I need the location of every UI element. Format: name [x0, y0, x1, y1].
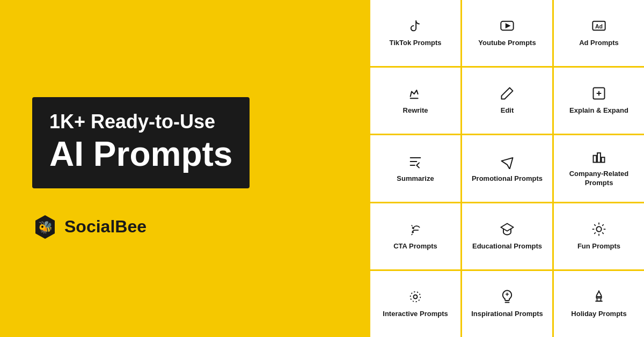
explain-expand-cell[interactable]: Explain & Expand — [554, 68, 644, 134]
rewrite-cell[interactable]: Rewrite — [370, 68, 460, 134]
logo-text: SocialBee — [64, 217, 147, 237]
holiday-prompts-cell[interactable]: Holiday Prompts — [554, 271, 644, 337]
summarize-cell[interactable]: Summarize — [370, 135, 460, 201]
fun-prompts-label: Fun Prompts — [577, 242, 620, 251]
educational-prompts-label: Educational Prompts — [472, 242, 542, 251]
promotional-prompts-label: Promotional Prompts — [472, 174, 543, 184]
headline-box: 1K+ Ready-to-Use AI Prompts — [32, 97, 250, 188]
svg-point-10 — [412, 227, 414, 229]
explain-expand-label: Explain & Expand — [569, 106, 628, 115]
headline-top: 1K+ Ready-to-Use — [49, 110, 232, 133]
svg-point-13 — [414, 295, 418, 298]
ad-prompts-cell[interactable]: Ad Ad Prompts — [554, 0, 644, 66]
rewrite-icon — [408, 86, 423, 101]
youtube-icon — [500, 18, 515, 33]
headline-main: AI Prompts — [49, 135, 232, 173]
holiday-prompts-label: Holiday Prompts — [571, 310, 626, 319]
explain-icon — [591, 86, 606, 101]
edit-label: Edit — [501, 106, 514, 115]
promotional-prompts-cell[interactable]: Promotional Prompts — [462, 135, 552, 201]
tiktok-prompts-label: TikTok Prompts — [389, 39, 441, 48]
youtube-prompts-label: Youtube Prompts — [478, 39, 536, 48]
right-panel: TikTok Prompts Youtube Prompts Ad Ad Pro… — [370, 0, 644, 337]
cta-prompts-label: CTA Prompts — [393, 242, 437, 251]
socialbee-logo-icon: 🐝 — [32, 214, 58, 240]
svg-rect-7 — [594, 156, 597, 163]
interactive-icon — [408, 289, 423, 304]
interactive-prompts-cell[interactable]: Interactive Prompts — [370, 271, 460, 337]
svg-point-11 — [412, 231, 414, 233]
tiktok-prompts-cell[interactable]: TikTok Prompts — [370, 0, 460, 66]
svg-text:Ad: Ad — [595, 23, 603, 30]
inspirational-prompts-label: Inspirational Prompts — [471, 310, 543, 319]
tiktok-icon — [408, 18, 423, 33]
fun-prompts-cell[interactable]: Fun Prompts — [554, 203, 644, 269]
summarize-icon — [408, 154, 423, 169]
rewrite-label: Rewrite — [403, 106, 428, 115]
company-prompts-cell[interactable]: Company-Related Prompts — [554, 135, 644, 201]
left-panel: 1K+ Ready-to-Use AI Prompts 🐝 SocialBee — [0, 0, 370, 337]
inspirational-icon — [500, 289, 515, 304]
summarize-label: Summarize — [397, 174, 434, 184]
svg-point-14 — [411, 292, 421, 302]
edit-icon — [500, 86, 515, 101]
fun-icon — [591, 222, 606, 237]
ad-prompts-label: Ad Prompts — [579, 39, 619, 48]
cta-icon — [408, 222, 423, 237]
promotional-icon — [500, 154, 515, 169]
youtube-prompts-cell[interactable]: Youtube Prompts — [462, 0, 552, 66]
svg-rect-8 — [597, 153, 601, 163]
educational-prompts-cell[interactable]: Educational Prompts — [462, 203, 552, 269]
educational-icon — [500, 222, 515, 237]
cta-prompts-cell[interactable]: CTA Prompts — [370, 203, 460, 269]
company-icon — [591, 149, 606, 164]
company-prompts-label: Company-Related Prompts — [560, 170, 638, 188]
logo-area: 🐝 SocialBee — [32, 214, 147, 240]
svg-marker-3 — [506, 24, 510, 28]
ad-icon: Ad — [591, 18, 606, 33]
svg-point-12 — [596, 226, 601, 231]
edit-cell[interactable]: Edit — [462, 68, 552, 134]
inspirational-prompts-cell[interactable]: Inspirational Prompts — [462, 271, 552, 337]
interactive-prompts-label: Interactive Prompts — [383, 310, 448, 319]
holiday-icon — [591, 289, 606, 304]
svg-text:🐝: 🐝 — [38, 220, 53, 235]
svg-rect-9 — [602, 157, 605, 162]
